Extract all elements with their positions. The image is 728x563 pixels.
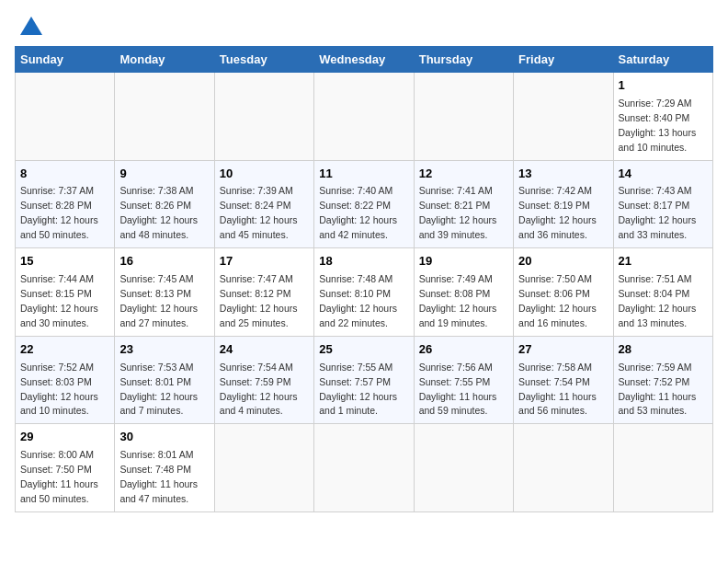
day-info: Sunrise: 7:50 AMSunset: 8:06 PMDaylight:… <box>518 273 597 328</box>
day-info: Sunrise: 7:44 AMSunset: 8:15 PMDaylight:… <box>20 273 98 328</box>
day-number: 20 <box>518 253 608 270</box>
calendar-cell: 25Sunrise: 7:55 AMSunset: 7:57 PMDayligh… <box>314 336 414 424</box>
calendar-cell <box>214 73 313 161</box>
day-header-wednesday: Wednesday <box>314 47 414 73</box>
day-number: 8 <box>20 166 109 183</box>
calendar-cell: 26Sunrise: 7:56 AMSunset: 7:55 PMDayligh… <box>414 336 513 424</box>
day-info: Sunrise: 7:53 AMSunset: 8:01 PMDaylight:… <box>119 362 198 417</box>
calendar-cell <box>115 73 214 161</box>
logo-icon <box>18 15 44 40</box>
calendar-cell: 8Sunrise: 7:37 AMSunset: 8:28 PMDaylight… <box>16 160 115 248</box>
day-number: 13 <box>518 166 608 183</box>
calendar-cell: 17Sunrise: 7:47 AMSunset: 8:12 PMDayligh… <box>214 248 313 337</box>
calendar-cell: 23Sunrise: 7:53 AMSunset: 8:01 PMDayligh… <box>115 336 214 424</box>
calendar-cell <box>16 73 115 161</box>
day-number: 18 <box>319 253 408 270</box>
day-header-tuesday: Tuesday <box>214 47 313 73</box>
calendar-cell: 10Sunrise: 7:39 AMSunset: 8:24 PMDayligh… <box>214 160 313 248</box>
calendar-cell: 19Sunrise: 7:49 AMSunset: 8:08 PMDayligh… <box>414 248 513 337</box>
logo <box>15 15 44 37</box>
day-header-friday: Friday <box>514 47 613 73</box>
calendar-cell <box>214 424 313 512</box>
calendar-cell: 21Sunrise: 7:51 AMSunset: 8:04 PMDayligh… <box>613 248 712 337</box>
day-number: 21 <box>619 253 708 270</box>
day-number: 27 <box>518 341 608 359</box>
day-info: Sunrise: 7:47 AMSunset: 8:12 PMDaylight:… <box>220 273 298 328</box>
day-number: 10 <box>220 166 309 183</box>
day-info: Sunrise: 7:48 AMSunset: 8:10 PMDaylight:… <box>319 273 397 328</box>
day-number: 24 <box>220 341 309 359</box>
day-number: 1 <box>619 77 708 95</box>
day-info: Sunrise: 7:52 AMSunset: 8:03 PMDaylight:… <box>20 362 98 417</box>
day-info: Sunrise: 7:45 AMSunset: 8:13 PMDaylight:… <box>119 273 198 328</box>
day-number: 29 <box>20 429 109 446</box>
day-info: Sunrise: 7:42 AMSunset: 8:19 PMDaylight:… <box>518 185 597 240</box>
day-info: Sunrise: 7:56 AMSunset: 7:55 PMDaylight:… <box>419 362 497 417</box>
calendar-cell: 22Sunrise: 7:52 AMSunset: 8:03 PMDayligh… <box>16 336 115 424</box>
day-info: Sunrise: 7:38 AMSunset: 8:26 PMDaylight:… <box>119 185 198 240</box>
calendar-cell: 24Sunrise: 7:54 AMSunset: 7:59 PMDayligh… <box>214 336 313 424</box>
calendar-cell: 18Sunrise: 7:48 AMSunset: 8:10 PMDayligh… <box>314 248 414 337</box>
calendar-cell <box>514 73 613 161</box>
calendar-cell: 11Sunrise: 7:40 AMSunset: 8:22 PMDayligh… <box>314 160 414 248</box>
calendar-cell: 9Sunrise: 7:38 AMSunset: 8:26 PMDaylight… <box>115 160 214 248</box>
calendar-week-row: 1Sunrise: 7:29 AMSunset: 8:40 PMDaylight… <box>16 73 713 161</box>
calendar-week-row: 15Sunrise: 7:44 AMSunset: 8:15 PMDayligh… <box>16 248 713 337</box>
calendar-cell: 27Sunrise: 7:58 AMSunset: 7:54 PMDayligh… <box>514 336 613 424</box>
day-info: Sunrise: 7:43 AMSunset: 8:17 PMDaylight:… <box>619 185 697 240</box>
day-number: 11 <box>319 166 408 183</box>
day-info: Sunrise: 8:01 AMSunset: 7:48 PMDaylight:… <box>119 449 198 504</box>
day-header-sunday: Sunday <box>16 47 115 73</box>
day-number: 17 <box>220 253 309 270</box>
day-info: Sunrise: 7:37 AMSunset: 8:28 PMDaylight:… <box>20 185 98 240</box>
calendar-table: SundayMondayTuesdayWednesdayThursdayFrid… <box>15 46 713 512</box>
calendar-cell <box>414 73 513 161</box>
calendar-cell: 28Sunrise: 7:59 AMSunset: 7:52 PMDayligh… <box>613 336 712 424</box>
day-header-monday: Monday <box>115 47 214 73</box>
day-info: Sunrise: 7:40 AMSunset: 8:22 PMDaylight:… <box>319 185 397 240</box>
day-number: 30 <box>119 429 209 446</box>
day-info: Sunrise: 7:59 AMSunset: 7:52 PMDaylight:… <box>619 362 697 417</box>
day-info: Sunrise: 7:49 AMSunset: 8:08 PMDaylight:… <box>419 273 497 328</box>
day-header-thursday: Thursday <box>414 47 513 73</box>
calendar-cell: 12Sunrise: 7:41 AMSunset: 8:21 PMDayligh… <box>414 160 513 248</box>
calendar-cell <box>414 424 513 512</box>
calendar-cell: 15Sunrise: 7:44 AMSunset: 8:15 PMDayligh… <box>16 248 115 337</box>
calendar-cell: 29Sunrise: 8:00 AMSunset: 7:50 PMDayligh… <box>16 424 115 512</box>
day-number: 9 <box>119 166 209 183</box>
day-number: 14 <box>619 166 708 183</box>
calendar-header-row: SundayMondayTuesdayWednesdayThursdayFrid… <box>16 47 713 73</box>
day-info: Sunrise: 8:00 AMSunset: 7:50 PMDaylight:… <box>20 449 98 504</box>
day-info: Sunrise: 7:29 AMSunset: 8:40 PMDaylight:… <box>619 98 697 153</box>
calendar-cell: 30Sunrise: 8:01 AMSunset: 7:48 PMDayligh… <box>115 424 214 512</box>
calendar-week-row: 8Sunrise: 7:37 AMSunset: 8:28 PMDaylight… <box>16 160 713 248</box>
calendar-cell <box>314 73 414 161</box>
calendar-cell <box>314 424 414 512</box>
calendar-cell: 14Sunrise: 7:43 AMSunset: 8:17 PMDayligh… <box>613 160 712 248</box>
day-header-saturday: Saturday <box>613 47 712 73</box>
day-info: Sunrise: 7:51 AMSunset: 8:04 PMDaylight:… <box>619 273 697 328</box>
calendar-cell: 20Sunrise: 7:50 AMSunset: 8:06 PMDayligh… <box>514 248 613 337</box>
page-header <box>15 15 713 37</box>
day-info: Sunrise: 7:54 AMSunset: 7:59 PMDaylight:… <box>220 362 298 417</box>
day-info: Sunrise: 7:55 AMSunset: 7:57 PMDaylight:… <box>319 362 397 417</box>
day-number: 23 <box>119 341 209 359</box>
day-info: Sunrise: 7:41 AMSunset: 8:21 PMDaylight:… <box>419 185 497 240</box>
calendar-cell: 16Sunrise: 7:45 AMSunset: 8:13 PMDayligh… <box>115 248 214 337</box>
day-number: 15 <box>20 253 109 270</box>
calendar-cell <box>514 424 613 512</box>
day-number: 22 <box>20 341 109 359</box>
day-number: 19 <box>419 253 508 270</box>
calendar-cell: 13Sunrise: 7:42 AMSunset: 8:19 PMDayligh… <box>514 160 613 248</box>
day-number: 16 <box>119 253 209 270</box>
calendar-week-row: 22Sunrise: 7:52 AMSunset: 8:03 PMDayligh… <box>16 336 713 424</box>
day-number: 25 <box>319 341 408 359</box>
day-number: 12 <box>419 166 508 183</box>
svg-marker-0 <box>20 17 42 35</box>
day-info: Sunrise: 7:58 AMSunset: 7:54 PMDaylight:… <box>518 362 597 417</box>
day-number: 26 <box>419 341 508 359</box>
calendar-cell: 1Sunrise: 7:29 AMSunset: 8:40 PMDaylight… <box>613 73 712 161</box>
calendar-week-row: 29Sunrise: 8:00 AMSunset: 7:50 PMDayligh… <box>16 424 713 512</box>
calendar-cell <box>613 424 712 512</box>
day-number: 28 <box>619 341 708 359</box>
